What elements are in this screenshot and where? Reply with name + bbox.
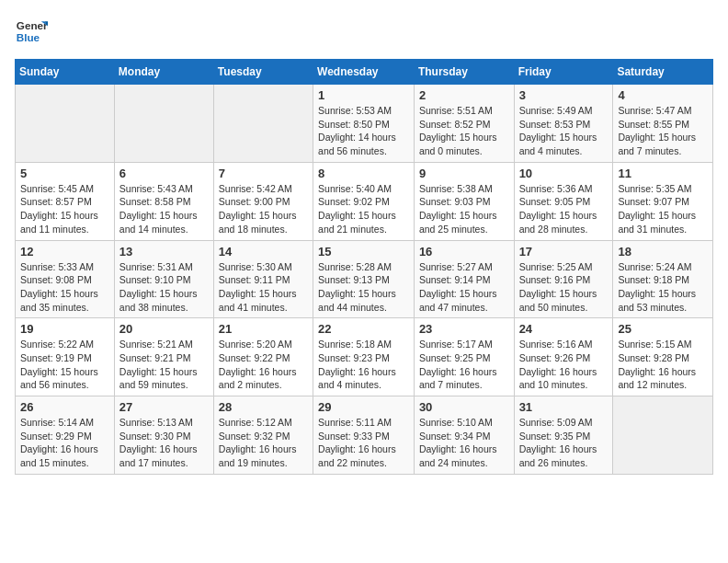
- day-number: 23: [419, 322, 509, 336]
- day-number: 22: [318, 322, 409, 336]
- calendar-cell: 5Sunrise: 5:45 AMSunset: 8:57 PMDaylight…: [16, 162, 115, 240]
- day-info: Sunrise: 5:33 AMSunset: 9:08 PMDaylight:…: [20, 260, 109, 315]
- calendar-week-row: 26Sunrise: 5:14 AMSunset: 9:29 PMDayligh…: [16, 396, 713, 475]
- day-number: 14: [219, 245, 308, 259]
- calendar-cell: [613, 396, 713, 475]
- day-info: Sunrise: 5:47 AMSunset: 8:55 PMDaylight:…: [618, 104, 708, 158]
- day-info: Sunrise: 5:11 AMSunset: 9:33 PMDaylight:…: [318, 416, 409, 470]
- weekday-header-monday: Monday: [114, 60, 213, 85]
- calendar-cell: 20Sunrise: 5:21 AMSunset: 9:21 PMDayligh…: [114, 318, 213, 396]
- day-number: 7: [219, 167, 308, 180]
- day-number: 28: [219, 400, 308, 414]
- day-number: 4: [618, 88, 708, 102]
- weekday-header-friday: Friday: [514, 60, 613, 85]
- day-info: Sunrise: 5:14 AMSunset: 9:29 PMDaylight:…: [20, 416, 109, 470]
- calendar-cell: [16, 85, 115, 163]
- day-number: 20: [119, 322, 209, 336]
- day-info: Sunrise: 5:15 AMSunset: 9:28 PMDaylight:…: [618, 338, 708, 392]
- page-header: General Blue: [15, 15, 713, 48]
- day-number: 18: [618, 245, 708, 259]
- day-number: 21: [219, 322, 308, 336]
- day-number: 30: [419, 400, 509, 414]
- day-info: Sunrise: 5:16 AMSunset: 9:26 PMDaylight:…: [519, 338, 609, 392]
- day-info: Sunrise: 5:45 AMSunset: 8:57 PMDaylight:…: [20, 182, 109, 236]
- calendar-cell: 26Sunrise: 5:14 AMSunset: 9:29 PMDayligh…: [16, 396, 115, 475]
- calendar-cell: 1Sunrise: 5:53 AMSunset: 8:50 PMDaylight…: [313, 85, 415, 163]
- calendar-week-row: 5Sunrise: 5:45 AMSunset: 8:57 PMDaylight…: [16, 162, 713, 240]
- calendar-cell: 27Sunrise: 5:13 AMSunset: 9:30 PMDayligh…: [114, 396, 213, 475]
- svg-text:General: General: [17, 19, 48, 31]
- calendar-cell: 2Sunrise: 5:51 AMSunset: 8:52 PMDaylight…: [414, 85, 514, 163]
- weekday-header-saturday: Saturday: [613, 60, 713, 85]
- calendar-cell: 11Sunrise: 5:35 AMSunset: 9:07 PMDayligh…: [613, 162, 713, 240]
- calendar-header-row: SundayMondayTuesdayWednesdayThursdayFrid…: [16, 60, 713, 85]
- calendar-cell: 25Sunrise: 5:15 AMSunset: 9:28 PMDayligh…: [613, 318, 713, 396]
- calendar-week-row: 1Sunrise: 5:53 AMSunset: 8:50 PMDaylight…: [16, 85, 713, 163]
- calendar-cell: 16Sunrise: 5:27 AMSunset: 9:14 PMDayligh…: [414, 240, 514, 318]
- day-info: Sunrise: 5:31 AMSunset: 9:10 PMDaylight:…: [119, 260, 209, 315]
- day-number: 10: [519, 167, 609, 180]
- day-number: 12: [20, 245, 109, 259]
- day-info: Sunrise: 5:27 AMSunset: 9:14 PMDaylight:…: [419, 260, 509, 315]
- day-info: Sunrise: 5:17 AMSunset: 9:25 PMDaylight:…: [419, 338, 509, 392]
- calendar-cell: 4Sunrise: 5:47 AMSunset: 8:55 PMDaylight…: [613, 85, 713, 163]
- calendar-cell: 6Sunrise: 5:43 AMSunset: 8:58 PMDaylight…: [114, 162, 213, 240]
- day-number: 16: [419, 245, 509, 259]
- day-number: 17: [519, 245, 609, 259]
- day-info: Sunrise: 5:53 AMSunset: 8:50 PMDaylight:…: [318, 104, 409, 158]
- day-number: 29: [318, 400, 409, 414]
- calendar-cell: 22Sunrise: 5:18 AMSunset: 9:23 PMDayligh…: [313, 318, 415, 396]
- calendar-cell: 15Sunrise: 5:28 AMSunset: 9:13 PMDayligh…: [313, 240, 415, 318]
- day-number: 26: [20, 400, 109, 414]
- day-info: Sunrise: 5:21 AMSunset: 9:21 PMDaylight:…: [119, 338, 209, 392]
- weekday-header-wednesday: Wednesday: [313, 60, 415, 85]
- calendar-cell: 10Sunrise: 5:36 AMSunset: 9:05 PMDayligh…: [514, 162, 613, 240]
- calendar-cell: 12Sunrise: 5:33 AMSunset: 9:08 PMDayligh…: [16, 240, 115, 318]
- day-number: 6: [119, 167, 209, 180]
- day-info: Sunrise: 5:36 AMSunset: 9:05 PMDaylight:…: [519, 182, 609, 236]
- calendar-cell: 9Sunrise: 5:38 AMSunset: 9:03 PMDaylight…: [414, 162, 514, 240]
- calendar-cell: 19Sunrise: 5:22 AMSunset: 9:19 PMDayligh…: [16, 318, 115, 396]
- day-info: Sunrise: 5:38 AMSunset: 9:03 PMDaylight:…: [419, 182, 509, 236]
- day-number: 13: [119, 245, 209, 259]
- calendar-cell: 30Sunrise: 5:10 AMSunset: 9:34 PMDayligh…: [414, 396, 514, 475]
- day-info: Sunrise: 5:09 AMSunset: 9:35 PMDaylight:…: [519, 416, 609, 470]
- calendar-cell: 3Sunrise: 5:49 AMSunset: 8:53 PMDaylight…: [514, 85, 613, 163]
- calendar-table: SundayMondayTuesdayWednesdayThursdayFrid…: [15, 59, 713, 475]
- day-number: 19: [20, 322, 109, 336]
- calendar-cell: 18Sunrise: 5:24 AMSunset: 9:18 PMDayligh…: [613, 240, 713, 318]
- day-info: Sunrise: 5:51 AMSunset: 8:52 PMDaylight:…: [419, 104, 509, 158]
- weekday-header-tuesday: Tuesday: [213, 60, 313, 85]
- logo-icon: General Blue: [15, 15, 48, 48]
- day-info: Sunrise: 5:13 AMSunset: 9:30 PMDaylight:…: [119, 416, 209, 470]
- day-number: 8: [318, 167, 409, 180]
- day-number: 3: [519, 88, 609, 102]
- calendar-cell: 8Sunrise: 5:40 AMSunset: 9:02 PMDaylight…: [313, 162, 415, 240]
- day-info: Sunrise: 5:40 AMSunset: 9:02 PMDaylight:…: [318, 182, 409, 236]
- day-info: Sunrise: 5:25 AMSunset: 9:16 PMDaylight:…: [519, 260, 609, 315]
- weekday-header-thursday: Thursday: [414, 60, 514, 85]
- day-info: Sunrise: 5:43 AMSunset: 8:58 PMDaylight:…: [119, 182, 209, 236]
- day-info: Sunrise: 5:20 AMSunset: 9:22 PMDaylight:…: [219, 338, 308, 392]
- day-info: Sunrise: 5:12 AMSunset: 9:32 PMDaylight:…: [219, 416, 308, 470]
- day-info: Sunrise: 5:35 AMSunset: 9:07 PMDaylight:…: [618, 182, 708, 236]
- day-info: Sunrise: 5:28 AMSunset: 9:13 PMDaylight:…: [318, 260, 409, 315]
- day-number: 15: [318, 245, 409, 259]
- day-number: 9: [419, 167, 509, 180]
- calendar-cell: 17Sunrise: 5:25 AMSunset: 9:16 PMDayligh…: [514, 240, 613, 318]
- calendar-cell: 21Sunrise: 5:20 AMSunset: 9:22 PMDayligh…: [213, 318, 313, 396]
- calendar-cell: 28Sunrise: 5:12 AMSunset: 9:32 PMDayligh…: [213, 396, 313, 475]
- calendar-week-row: 19Sunrise: 5:22 AMSunset: 9:19 PMDayligh…: [16, 318, 713, 396]
- day-info: Sunrise: 5:22 AMSunset: 9:19 PMDaylight:…: [20, 338, 109, 392]
- day-number: 27: [119, 400, 209, 414]
- calendar-week-row: 12Sunrise: 5:33 AMSunset: 9:08 PMDayligh…: [16, 240, 713, 318]
- calendar-cell: 23Sunrise: 5:17 AMSunset: 9:25 PMDayligh…: [414, 318, 514, 396]
- calendar-cell: 13Sunrise: 5:31 AMSunset: 9:10 PMDayligh…: [114, 240, 213, 318]
- day-info: Sunrise: 5:10 AMSunset: 9:34 PMDaylight:…: [419, 416, 509, 470]
- weekday-header-sunday: Sunday: [16, 60, 115, 85]
- logo: General Blue: [15, 15, 48, 48]
- day-info: Sunrise: 5:18 AMSunset: 9:23 PMDaylight:…: [318, 338, 409, 392]
- day-info: Sunrise: 5:30 AMSunset: 9:11 PMDaylight:…: [219, 260, 308, 315]
- day-number: 24: [519, 322, 609, 336]
- calendar-cell: [213, 85, 313, 163]
